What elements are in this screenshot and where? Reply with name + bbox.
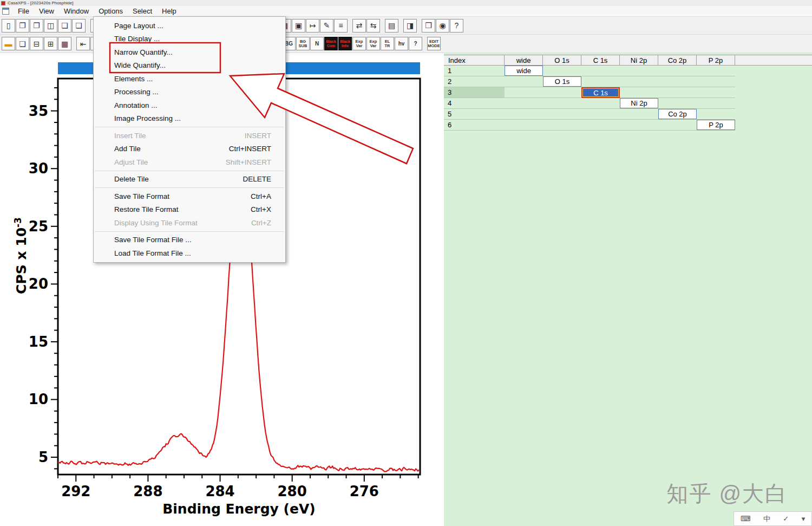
exp-var-button[interactable]: ExpVar [352, 37, 366, 50]
menu-option-wide-quantify[interactable]: Wide Quantify... [94, 59, 285, 73]
menu-option-label: Processing ... [114, 88, 159, 96]
toolbar-button-label: TR [385, 44, 390, 48]
tile-color-button[interactable]: ▬ [2, 37, 15, 50]
pencil-tool-button-icon: ✎ [324, 21, 330, 30]
edit-mode-button[interactable]: EDITMODE [427, 37, 441, 50]
toolbar-button-label: Info [342, 44, 349, 48]
menu-option-processing[interactable]: Processing ... [94, 86, 285, 99]
block-cell-ni-2p[interactable]: Ni 2p [620, 98, 658, 108]
column-header-c-1s[interactable]: C 1s [581, 55, 620, 65]
menu-shortcut: Ctrl+INSERT [218, 145, 271, 153]
table-row: 3C 1s [444, 87, 735, 98]
new-file-button[interactable]: ▯ [2, 19, 15, 33]
menu-option-label: Elements ... [114, 75, 153, 83]
step-left-button-icon: ⇤ [80, 40, 87, 48]
menu-window[interactable]: Window [59, 6, 94, 16]
x-tick-label: 292 [61, 483, 90, 499]
block-cell-p-2p[interactable]: P 2p [697, 120, 735, 130]
menu-help[interactable]: Help [157, 6, 181, 16]
step-left-button[interactable]: ⇤ [76, 37, 90, 50]
print-button[interactable]: ❒ [422, 19, 435, 33]
block-cell-co-2p[interactable]: Co 2p [658, 109, 697, 119]
image-display-button[interactable]: ▣ [292, 19, 305, 33]
column-header-index[interactable]: Index [444, 55, 505, 65]
menu-file[interactable]: File [13, 6, 34, 16]
tile-vertical-button[interactable]: ⊞ [44, 37, 57, 50]
cascade-windows-button[interactable]: ❏ [16, 37, 29, 50]
language-bar-icon[interactable]: 中 [763, 514, 770, 524]
exp-var-2-button[interactable]: ExpVar [366, 37, 380, 50]
column-header-p-2p[interactable]: P 2p [697, 55, 735, 65]
row-index[interactable]: 3 [444, 87, 505, 98]
language-bar-icon[interactable]: ▾ [802, 515, 806, 523]
background-subtract-button[interactable]: BGSUB [296, 37, 310, 50]
menu-option-annotation[interactable]: Annotation ... [94, 99, 285, 112]
x-tick-label: 276 [350, 483, 379, 499]
row-index[interactable]: 2 [444, 76, 505, 87]
row-index[interactable]: 6 [444, 120, 505, 130]
menu-option-narrow-quantify[interactable]: Narrow Quantify... [94, 46, 285, 59]
block-cell-c-1s[interactable]: C 1s [581, 87, 620, 98]
menu-option-load-tile-format-file[interactable]: Load Tile Format File ... [94, 246, 285, 260]
page-compare-2-button[interactable]: ⇆ [366, 19, 380, 33]
application-window: CasaXPS - [2023420s Phosphide] FileViewW… [0, 0, 812, 526]
column-header-co-2p[interactable]: Co 2p [658, 55, 697, 65]
column-header-o-1s[interactable]: O 1s [543, 55, 581, 65]
convert-button-icon: ◨ [407, 21, 414, 30]
table-row: 6P 2p [444, 120, 735, 131]
open-file-button[interactable]: ❐ [16, 19, 29, 33]
menu-view[interactable]: View [34, 6, 59, 16]
pencil-tool-button[interactable]: ✎ [320, 19, 333, 33]
language-bar-icon[interactable]: ⌨ [741, 515, 751, 523]
black-com-button[interactable]: BlackCom [324, 37, 338, 50]
black-info-button[interactable]: BlackInfo [338, 37, 352, 50]
help-button[interactable]: ? [450, 19, 463, 33]
question-2-button[interactable]: ? [409, 37, 422, 50]
list-tool-button[interactable]: ≡ [334, 19, 348, 33]
menu-separator [95, 187, 284, 188]
menu-option-delete-tile[interactable]: Delete TileDELETE [94, 173, 285, 186]
menu-option-image-processing[interactable]: Image Processing ... [94, 112, 285, 126]
menu-items: FileViewWindowOptionsSelectHelp [13, 6, 181, 16]
el-tr-button[interactable]: ELTR [381, 37, 394, 50]
language-bar[interactable]: ⌨中✓▾ [734, 511, 812, 526]
row-index[interactable]: 5 [444, 109, 505, 119]
grid-display-button[interactable]: ▦ [58, 37, 71, 50]
menu-select[interactable]: Select [128, 6, 157, 16]
block-cell-o-1s[interactable]: O 1s [543, 76, 581, 87]
save-button[interactable]: ◫ [44, 19, 57, 33]
print-preview-button[interactable]: ◉ [436, 19, 449, 33]
clipboard-button[interactable]: ▤ [385, 19, 398, 33]
y-tick-label: 10 [29, 391, 48, 407]
hv-button[interactable]: hv [395, 37, 408, 50]
language-bar-icon[interactable]: ✓ [783, 515, 789, 523]
open-folder-button[interactable]: ❐ [30, 19, 43, 33]
menu-option-elements[interactable]: Elements ... [94, 72, 285, 86]
help-button-icon: ? [455, 21, 459, 30]
menu-option-tile-display[interactable]: Tile Display ... [94, 33, 285, 46]
save-button-icon: ◫ [47, 21, 54, 30]
copy-page-button[interactable]: ❏ [72, 19, 86, 33]
convert-button[interactable]: ◨ [403, 19, 417, 33]
print-button-icon: ❒ [425, 21, 432, 30]
table-row: 4Ni 2p [444, 98, 735, 109]
row-index[interactable]: 4 [444, 98, 505, 108]
normalize-button[interactable]: N [310, 37, 324, 50]
list-tool-button-icon: ≡ [338, 21, 343, 30]
menu-option-save-tile-format[interactable]: Save Tile FormatCtrl+A [94, 190, 285, 203]
column-header-wide[interactable]: wide [505, 55, 543, 65]
menu-option-save-tile-format-file[interactable]: Save Tile Format File ... [94, 233, 285, 247]
copy-button[interactable]: ❏ [58, 19, 71, 33]
column-header-ni-2p[interactable]: Ni 2p [620, 55, 658, 65]
row-index[interactable]: 1 [444, 66, 505, 76]
tile-horizontal-button[interactable]: ⊟ [30, 37, 43, 50]
annotate-arrow-button[interactable]: ↦ [306, 19, 319, 33]
menu-option-restore-tile-format[interactable]: Restore Tile FormatCtrl+X [94, 203, 285, 217]
menu-shortcut: Ctrl+X [240, 205, 271, 213]
menu-option-page-layout[interactable]: Page Layout ... [94, 19, 285, 33]
menu-option-add-tile[interactable]: Add TileCtrl+INSERT [94, 142, 285, 156]
page-compare-button[interactable]: ⇄ [352, 19, 366, 33]
tile-vertical-button-icon: ⊞ [48, 40, 54, 48]
menu-options[interactable]: Options [94, 6, 128, 16]
block-cell-wide[interactable]: wide [505, 66, 543, 76]
